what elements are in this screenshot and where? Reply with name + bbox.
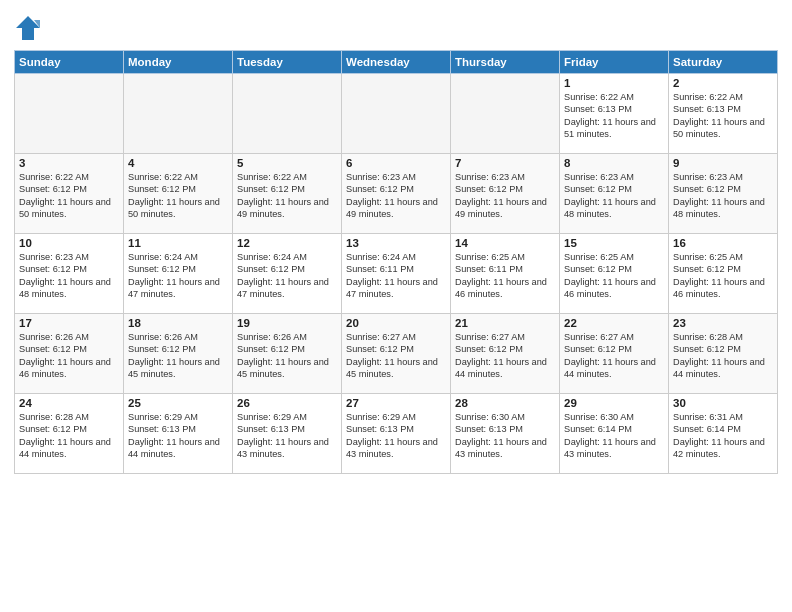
cell-text: Sunrise: 6:30 AM Sunset: 6:13 PM Dayligh… <box>455 411 555 461</box>
calendar-week-row: 3Sunrise: 6:22 AM Sunset: 6:12 PM Daylig… <box>15 154 778 234</box>
cell-text: Sunrise: 6:28 AM Sunset: 6:12 PM Dayligh… <box>19 411 119 461</box>
calendar-cell: 26Sunrise: 6:29 AM Sunset: 6:13 PM Dayli… <box>233 394 342 474</box>
cell-text: Sunrise: 6:23 AM Sunset: 6:12 PM Dayligh… <box>19 251 119 301</box>
cell-text: Sunrise: 6:27 AM Sunset: 6:12 PM Dayligh… <box>455 331 555 381</box>
weekday-header: Monday <box>124 51 233 74</box>
day-number: 7 <box>455 157 555 169</box>
calendar-cell <box>15 74 124 154</box>
day-number: 4 <box>128 157 228 169</box>
day-number: 30 <box>673 397 773 409</box>
day-number: 21 <box>455 317 555 329</box>
day-number: 2 <box>673 77 773 89</box>
calendar-cell <box>124 74 233 154</box>
day-number: 14 <box>455 237 555 249</box>
cell-text: Sunrise: 6:25 AM Sunset: 6:11 PM Dayligh… <box>455 251 555 301</box>
cell-text: Sunrise: 6:23 AM Sunset: 6:12 PM Dayligh… <box>673 171 773 221</box>
day-number: 10 <box>19 237 119 249</box>
cell-text: Sunrise: 6:22 AM Sunset: 6:12 PM Dayligh… <box>237 171 337 221</box>
cell-text: Sunrise: 6:22 AM Sunset: 6:12 PM Dayligh… <box>19 171 119 221</box>
cell-text: Sunrise: 6:29 AM Sunset: 6:13 PM Dayligh… <box>128 411 228 461</box>
day-number: 29 <box>564 397 664 409</box>
cell-text: Sunrise: 6:30 AM Sunset: 6:14 PM Dayligh… <box>564 411 664 461</box>
calendar-cell: 2Sunrise: 6:22 AM Sunset: 6:13 PM Daylig… <box>669 74 778 154</box>
calendar-cell: 3Sunrise: 6:22 AM Sunset: 6:12 PM Daylig… <box>15 154 124 234</box>
day-number: 28 <box>455 397 555 409</box>
calendar-cell: 27Sunrise: 6:29 AM Sunset: 6:13 PM Dayli… <box>342 394 451 474</box>
calendar-cell: 4Sunrise: 6:22 AM Sunset: 6:12 PM Daylig… <box>124 154 233 234</box>
day-number: 8 <box>564 157 664 169</box>
day-number: 11 <box>128 237 228 249</box>
logo-icon <box>14 14 42 42</box>
cell-text: Sunrise: 6:26 AM Sunset: 6:12 PM Dayligh… <box>128 331 228 381</box>
calendar-cell <box>451 74 560 154</box>
cell-text: Sunrise: 6:28 AM Sunset: 6:12 PM Dayligh… <box>673 331 773 381</box>
day-number: 18 <box>128 317 228 329</box>
calendar-week-row: 10Sunrise: 6:23 AM Sunset: 6:12 PM Dayli… <box>15 234 778 314</box>
cell-text: Sunrise: 6:22 AM Sunset: 6:12 PM Dayligh… <box>128 171 228 221</box>
calendar-cell: 17Sunrise: 6:26 AM Sunset: 6:12 PM Dayli… <box>15 314 124 394</box>
calendar-cell: 8Sunrise: 6:23 AM Sunset: 6:12 PM Daylig… <box>560 154 669 234</box>
calendar-cell: 1Sunrise: 6:22 AM Sunset: 6:13 PM Daylig… <box>560 74 669 154</box>
calendar-cell: 19Sunrise: 6:26 AM Sunset: 6:12 PM Dayli… <box>233 314 342 394</box>
calendar-cell: 30Sunrise: 6:31 AM Sunset: 6:14 PM Dayli… <box>669 394 778 474</box>
calendar-cell: 28Sunrise: 6:30 AM Sunset: 6:13 PM Dayli… <box>451 394 560 474</box>
calendar-cell: 12Sunrise: 6:24 AM Sunset: 6:12 PM Dayli… <box>233 234 342 314</box>
cell-text: Sunrise: 6:31 AM Sunset: 6:14 PM Dayligh… <box>673 411 773 461</box>
day-number: 24 <box>19 397 119 409</box>
calendar-week-row: 1Sunrise: 6:22 AM Sunset: 6:13 PM Daylig… <box>15 74 778 154</box>
cell-text: Sunrise: 6:25 AM Sunset: 6:12 PM Dayligh… <box>564 251 664 301</box>
weekday-header: Wednesday <box>342 51 451 74</box>
cell-text: Sunrise: 6:26 AM Sunset: 6:12 PM Dayligh… <box>237 331 337 381</box>
day-number: 19 <box>237 317 337 329</box>
day-number: 23 <box>673 317 773 329</box>
calendar-cell <box>233 74 342 154</box>
calendar-cell: 18Sunrise: 6:26 AM Sunset: 6:12 PM Dayli… <box>124 314 233 394</box>
calendar-header-row: SundayMondayTuesdayWednesdayThursdayFrid… <box>15 51 778 74</box>
day-number: 20 <box>346 317 446 329</box>
cell-text: Sunrise: 6:24 AM Sunset: 6:12 PM Dayligh… <box>237 251 337 301</box>
cell-text: Sunrise: 6:24 AM Sunset: 6:12 PM Dayligh… <box>128 251 228 301</box>
day-number: 12 <box>237 237 337 249</box>
cell-text: Sunrise: 6:26 AM Sunset: 6:12 PM Dayligh… <box>19 331 119 381</box>
calendar-cell: 9Sunrise: 6:23 AM Sunset: 6:12 PM Daylig… <box>669 154 778 234</box>
weekday-header: Tuesday <box>233 51 342 74</box>
calendar-cell: 13Sunrise: 6:24 AM Sunset: 6:11 PM Dayli… <box>342 234 451 314</box>
day-number: 22 <box>564 317 664 329</box>
day-number: 3 <box>19 157 119 169</box>
calendar-cell: 16Sunrise: 6:25 AM Sunset: 6:12 PM Dayli… <box>669 234 778 314</box>
cell-text: Sunrise: 6:24 AM Sunset: 6:11 PM Dayligh… <box>346 251 446 301</box>
cell-text: Sunrise: 6:22 AM Sunset: 6:13 PM Dayligh… <box>564 91 664 141</box>
cell-text: Sunrise: 6:25 AM Sunset: 6:12 PM Dayligh… <box>673 251 773 301</box>
day-number: 25 <box>128 397 228 409</box>
day-number: 17 <box>19 317 119 329</box>
day-number: 15 <box>564 237 664 249</box>
cell-text: Sunrise: 6:23 AM Sunset: 6:12 PM Dayligh… <box>346 171 446 221</box>
header <box>14 10 778 42</box>
weekday-header: Saturday <box>669 51 778 74</box>
calendar-cell: 14Sunrise: 6:25 AM Sunset: 6:11 PM Dayli… <box>451 234 560 314</box>
calendar: SundayMondayTuesdayWednesdayThursdayFrid… <box>14 50 778 474</box>
calendar-cell: 15Sunrise: 6:25 AM Sunset: 6:12 PM Dayli… <box>560 234 669 314</box>
logo <box>14 14 46 42</box>
calendar-cell: 22Sunrise: 6:27 AM Sunset: 6:12 PM Dayli… <box>560 314 669 394</box>
day-number: 16 <box>673 237 773 249</box>
weekday-header: Sunday <box>15 51 124 74</box>
day-number: 27 <box>346 397 446 409</box>
calendar-cell: 6Sunrise: 6:23 AM Sunset: 6:12 PM Daylig… <box>342 154 451 234</box>
day-number: 9 <box>673 157 773 169</box>
calendar-cell <box>342 74 451 154</box>
calendar-cell: 5Sunrise: 6:22 AM Sunset: 6:12 PM Daylig… <box>233 154 342 234</box>
calendar-week-row: 17Sunrise: 6:26 AM Sunset: 6:12 PM Dayli… <box>15 314 778 394</box>
calendar-week-row: 24Sunrise: 6:28 AM Sunset: 6:12 PM Dayli… <box>15 394 778 474</box>
cell-text: Sunrise: 6:29 AM Sunset: 6:13 PM Dayligh… <box>237 411 337 461</box>
weekday-header: Friday <box>560 51 669 74</box>
calendar-cell: 7Sunrise: 6:23 AM Sunset: 6:12 PM Daylig… <box>451 154 560 234</box>
calendar-cell: 24Sunrise: 6:28 AM Sunset: 6:12 PM Dayli… <box>15 394 124 474</box>
cell-text: Sunrise: 6:23 AM Sunset: 6:12 PM Dayligh… <box>564 171 664 221</box>
day-number: 6 <box>346 157 446 169</box>
day-number: 5 <box>237 157 337 169</box>
cell-text: Sunrise: 6:27 AM Sunset: 6:12 PM Dayligh… <box>564 331 664 381</box>
day-number: 26 <box>237 397 337 409</box>
cell-text: Sunrise: 6:22 AM Sunset: 6:13 PM Dayligh… <box>673 91 773 141</box>
svg-marker-0 <box>16 16 40 40</box>
